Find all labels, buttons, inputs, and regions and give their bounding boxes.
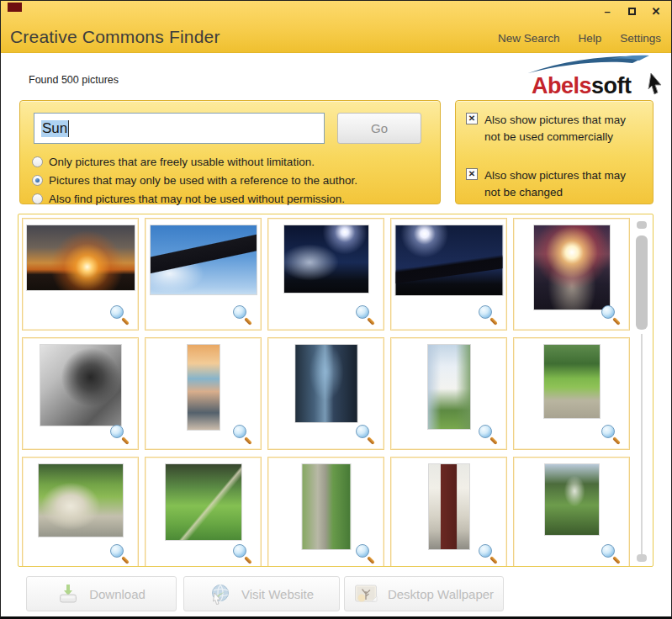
result-card[interactable] [390,337,507,450]
menu-item-help[interactable]: Help [578,32,601,45]
logo-swoosh-icon [526,55,653,75]
result-card[interactable] [22,218,139,331]
action-label: Desktop Wallpaper [388,587,494,601]
desktop-wallpaper-button[interactable]: Desktop Wallpaper [344,576,504,611]
radio-icon [32,193,43,204]
search-query-selected-text: Sun [41,120,68,137]
result-card[interactable] [267,457,384,567]
menu-item-new-search[interactable]: New Search [498,32,560,45]
result-card[interactable] [390,218,507,331]
magnifier-icon[interactable] [479,425,499,445]
result-card[interactable] [513,337,630,450]
result-thumbnail[interactable] [188,345,220,430]
result-thumbnail[interactable] [40,345,121,426]
result-card[interactable] [513,457,630,567]
magnifier-icon[interactable] [110,544,130,564]
radio-label: Also find pictures that may not be used … [49,193,345,205]
checkbox-checked-icon: ✕ [466,113,478,124]
window-controls: – ✕ [601,4,663,18]
checkbox-no-derivatives[interactable]: ✕ Also show pictures that may not be cha… [466,167,644,200]
license-option-attribution[interactable]: Pictures that may only be used with a re… [32,174,357,187]
go-button[interactable]: Go [337,113,421,144]
visit-website-button[interactable]: Visit Website [183,576,340,611]
logo-text-black: soft [591,73,632,98]
result-card[interactable] [145,218,262,331]
maximize-button[interactable] [625,4,638,18]
maximize-icon [628,8,636,15]
logo-wordmark: Abelssoft [532,73,632,99]
result-thumbnail[interactable] [27,225,135,290]
logo-text-red: Abels [532,73,591,98]
result-thumbnail[interactable] [428,345,470,429]
result-thumbnail[interactable] [534,225,610,310]
download-icon [57,583,79,605]
action-label: Download [89,587,146,601]
header-menu: New Search Help Settings [498,32,661,45]
magnifier-icon[interactable] [356,305,376,325]
minimize-button[interactable]: – [601,4,614,18]
result-card[interactable] [390,457,507,567]
app-icon [8,3,22,12]
search-panel: Sun Go Only pictures that are freely usa… [19,100,441,204]
result-thumbnail[interactable] [151,225,257,294]
checkbox-label: Also show pictures that may not be chang… [484,167,644,200]
radio-label: Only pictures that are freely usable wit… [49,156,315,168]
result-thumbnail[interactable] [395,225,502,295]
mouse-cursor-icon [648,73,664,95]
result-card[interactable] [513,218,630,331]
magnifier-icon[interactable] [110,425,130,445]
result-card[interactable] [22,337,139,450]
result-thumbnail[interactable] [166,464,241,540]
result-card[interactable] [145,457,262,567]
license-option-no-permission[interactable]: Also find pictures that may not be used … [32,193,345,205]
magnifier-icon[interactable] [601,305,622,325]
radio-label: Pictures that may only be used with a re… [49,174,357,187]
magnifier-icon[interactable] [479,544,499,564]
magnifier-icon[interactable] [356,425,376,445]
license-option-free[interactable]: Only pictures that are freely usable wit… [32,156,315,168]
scrollbar-up-button[interactable] [637,221,647,229]
result-card[interactable] [267,337,384,450]
app-window: – ✕ Creative Commons Finder New Search H… [0,0,672,619]
checkbox-noncommercial[interactable]: ✕ Also show pictures that may not be use… [466,112,644,145]
checkbox-label: Also show pictures that may not be used … [484,112,644,145]
text-caret [68,120,69,137]
filter-panel: ✕ Also show pictures that may not be use… [455,100,653,204]
result-thumbnail[interactable] [545,464,599,535]
magnifier-icon[interactable] [233,425,253,445]
abelssoft-logo: Abelssoft [511,55,666,98]
scrollbar-down-button[interactable] [637,554,647,562]
magnifier-icon[interactable] [479,305,499,325]
title-bar: – ✕ Creative Commons Finder New Search H… [1,1,671,53]
radio-selected-icon [32,175,43,186]
globe-icon [209,583,231,605]
result-thumbnail[interactable] [295,345,357,422]
magnifier-icon[interactable] [356,544,376,564]
results-grid [18,214,653,567]
magnifier-icon[interactable] [233,305,253,325]
search-input[interactable]: Sun [34,113,325,144]
radio-icon [32,156,43,167]
magnifier-icon[interactable] [601,425,622,445]
checkbox-checked-icon: ✕ [466,168,478,180]
magnifier-icon[interactable] [110,305,130,325]
scrollbar-track[interactable] [641,334,643,554]
close-button[interactable]: ✕ [649,4,663,18]
result-card[interactable] [267,218,384,331]
result-thumbnail[interactable] [544,345,600,418]
result-thumbnail[interactable] [302,464,350,549]
magnifier-icon[interactable] [233,544,253,564]
result-card[interactable] [145,337,262,450]
action-label: Visit Website [241,587,314,601]
download-button[interactable]: Download [26,576,177,611]
scrollbar-thumb[interactable] [636,235,648,330]
magnifier-icon[interactable] [601,544,622,564]
wallpaper-icon [354,584,378,604]
result-thumbnail[interactable] [284,225,368,293]
page-title: Creative Commons Finder [10,27,220,47]
menu-item-settings[interactable]: Settings [620,32,661,45]
result-card[interactable] [22,457,139,567]
result-thumbnail[interactable] [429,464,469,549]
results-count: Found 500 pictures [29,74,119,86]
result-thumbnail[interactable] [39,464,123,537]
